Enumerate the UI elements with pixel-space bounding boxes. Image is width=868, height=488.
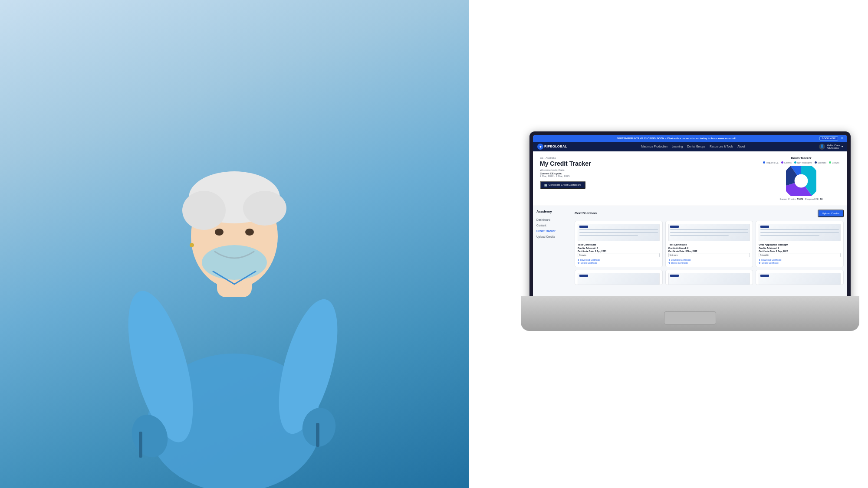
legend-dot-non-restorative (794, 161, 796, 164)
cert-line (579, 235, 638, 236)
cert-logo-1 (670, 226, 679, 228)
corp-dashboard-button[interactable]: 🏢 Corporate Credit Dashboard (540, 181, 585, 189)
laptop-screen-bezel: SEPTEMBER INTAKE CLOSING SOON – Chat wit… (529, 131, 851, 318)
cert-line (670, 234, 709, 235)
download-label-0: Download Certificate (580, 259, 600, 261)
cycle-value: 2 Mar, 2022 - 2 Mar, 2025 (540, 175, 753, 177)
cert-logo-partial-5 (760, 275, 769, 277)
nav-item-about[interactable]: About (737, 145, 745, 148)
tracker-region: CE - Australia (540, 157, 753, 159)
legend-label-crowns: Crowns (784, 161, 792, 164)
cert-logo-2 (760, 226, 769, 228)
cert-category-select-1[interactable]: Not sure Crowns Scientific (668, 253, 750, 257)
nav-item-learning[interactable]: Learning (672, 145, 683, 148)
upload-credits-button[interactable]: Upload Credits (818, 210, 844, 217)
delete-cert-button-0[interactable]: 🗑 Delete Certificate (578, 262, 660, 264)
cert-thumb-partial-3 (578, 273, 660, 285)
svg-point-10 (215, 229, 224, 236)
tracker-info: CE - Australia My Credit Tracker Welcome… (540, 157, 753, 189)
logo-icon: ◈ (537, 144, 543, 150)
cert-logo-0 (579, 226, 588, 228)
download-icon-0: ⬇ (578, 259, 579, 261)
legend-required-ce: Required CE (763, 161, 779, 164)
legend-dot-scientific (815, 161, 817, 164)
svg-point-12 (202, 245, 267, 280)
nav-item-maximize[interactable]: Maximize Production (641, 145, 667, 148)
cert-line (760, 235, 819, 236)
nav-item-resources[interactable]: Resources & Tools (710, 145, 733, 148)
cert-logo-partial-3 (579, 275, 588, 277)
legend-label-crowns2: Crowns (832, 161, 839, 164)
certs-grid: Test Certificate Credits Achieved: 2 Cer… (575, 221, 844, 267)
nav-item-dental[interactable]: Dental Groups (687, 145, 705, 148)
delete-label-1: Delete Certificate (671, 262, 688, 264)
sidebar-item-dashboard[interactable]: Dashboard (536, 217, 571, 223)
cert-line (760, 229, 839, 230)
navigation-bar: ◈ RIPEGLOBAL Maximize Production Learnin… (533, 142, 847, 151)
cert-line (579, 231, 638, 232)
user-menu[interactable]: 👤 Hello, Cam All Access ▾ (819, 144, 843, 150)
banner-rest-text: – Chat with a career advisor today to le… (665, 137, 736, 140)
cert-thumbnail-2 (759, 224, 841, 241)
date-value-1: 3 Nov, 2022 (685, 250, 697, 252)
corp-btn-label: Corporate Credit Dashboard (549, 183, 581, 186)
top-section: CE - Australia My Credit Tracker Welcome… (533, 151, 847, 206)
credits-label-2: Credits Achieved: (759, 247, 777, 249)
download-label-2: Download Certificate (761, 259, 781, 261)
cert-name-2: Oral Appliance Therapy (759, 243, 841, 246)
chevron-down-icon: ▾ (842, 145, 843, 148)
cert-line (579, 234, 618, 235)
logo-text: RIPEGLOBAL (544, 144, 567, 148)
cert-actions-2: ⬇ Download Certificate 🗑 Delete Certific… (759, 259, 841, 264)
legend-dot-crowns2 (829, 161, 831, 164)
welcome-text: Welcome back, Cam. (540, 169, 753, 171)
user-info: Hello, Cam All Access (827, 144, 840, 149)
download-cert-button-1[interactable]: ⬇ Download Certificate (668, 259, 750, 261)
delete-icon-2: 🗑 (759, 262, 761, 264)
cert-category-select-0[interactable]: Crowns Scientific Not sure (578, 253, 660, 257)
download-cert-button-2[interactable]: ⬇ Download Certificate (759, 259, 841, 261)
cert-line (670, 235, 729, 236)
credits-value-2: 1 (778, 247, 779, 249)
nav-menu: Maximize Production Learning Dental Grou… (572, 145, 814, 148)
cert-name-1: Test Certificate (668, 243, 750, 246)
cert-name-0: Test Certificate (578, 243, 660, 246)
delete-label-0: Delete Certificate (581, 262, 597, 264)
photo-panel (0, 0, 469, 488)
legend-label-required: Required CE (766, 161, 779, 164)
delete-cert-button-1[interactable]: 🗑 Delete Certificate (668, 262, 750, 264)
cert-credits-1: Credits Achieved: 2 (668, 247, 750, 249)
logo[interactable]: ◈ RIPEGLOBAL (537, 144, 567, 150)
legend-crowns2: Crowns (829, 161, 839, 164)
legend-non-restorative: Non-restorative (794, 161, 812, 164)
chart-credits: Earned Credits: 55.25 Required CE: 60 (762, 198, 840, 200)
main-area: CE - Australia My Credit Tracker Welcome… (533, 151, 847, 314)
date-value-2: 2 Sep, 2022 (776, 250, 788, 252)
laptop-wrapper: SEPTEMBER INTAKE CLOSING SOON – Chat wit… (521, 131, 859, 357)
cert-date-2: Certificate Date: 2 Sep, 2022 (759, 250, 841, 252)
sidebar-item-upload-credits[interactable]: Upload Credits (536, 234, 571, 239)
cert-category-select-2[interactable]: Scientific Crowns Not sure (759, 253, 841, 257)
legend-label-non-restorative: Non-restorative (797, 161, 812, 164)
cert-line (670, 231, 729, 232)
sidebar-item-credit-tracker[interactable]: Credit Tracker (536, 228, 571, 234)
sidebar-item-content[interactable]: Content (536, 223, 571, 228)
chart-title: Hours Tracker (762, 157, 840, 160)
pie-chart (762, 166, 840, 196)
svg-point-11 (245, 229, 254, 236)
download-label-1: Download Certificate (671, 259, 691, 261)
banner-close-button[interactable]: ✕ (841, 136, 844, 140)
book-now-button[interactable]: BOOK NOW (819, 136, 838, 141)
sidebar: Academy Dashboard Content Credit Tracker… (536, 210, 571, 311)
sidebar-title: Academy (536, 210, 571, 213)
svg-point-9 (243, 191, 286, 226)
delete-cert-button-2[interactable]: 🗑 Delete Certificate (759, 262, 841, 264)
svg-point-20 (795, 174, 808, 187)
credits-value-1: 2 (687, 247, 688, 249)
laptop-screen: SEPTEMBER INTAKE CLOSING SOON – Chat wit… (533, 135, 847, 314)
cert-line (670, 229, 749, 230)
avatar: 👤 (819, 144, 825, 150)
cert-line (760, 232, 839, 233)
download-cert-button-0[interactable]: ⬇ Download Certificate (578, 259, 660, 261)
laptop-keyboard (521, 296, 859, 331)
